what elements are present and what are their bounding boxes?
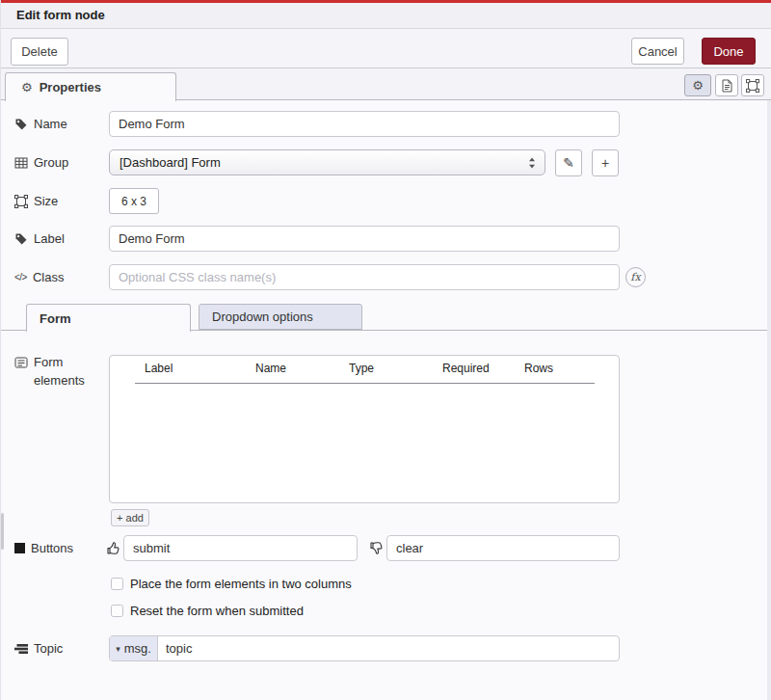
scrollbar-thumb[interactable]: [1, 513, 4, 550]
topic-input[interactable]: [158, 636, 619, 660]
fx-icon: fx: [630, 271, 640, 283]
header-divider: [135, 383, 595, 384]
tag-icon: [14, 118, 28, 131]
class-label: </> Class: [14, 270, 64, 284]
thumbs-down-icon: [370, 541, 385, 555]
appearance-button[interactable]: [741, 74, 764, 96]
size-label: Size: [14, 194, 58, 208]
topic-type-button[interactable]: ▾ msg.: [110, 636, 158, 660]
label-input[interactable]: [109, 226, 620, 252]
tasks-icon: [14, 642, 28, 656]
group-label: Group: [14, 155, 68, 170]
properties-panel: Name Group [Dashboard] Form ✎ + Si: [1, 100, 771, 700]
label-label: Label: [14, 231, 65, 246]
submit-button-text-input[interactable]: [123, 535, 358, 561]
add-group-button[interactable]: +: [592, 149, 619, 176]
select-arrows-icon: [527, 156, 537, 170]
form-elements-label: Form elements: [14, 353, 103, 390]
group-select[interactable]: [Dashboard] Form: [109, 149, 545, 175]
reset-form-option: Reset the form when submitted: [111, 604, 304, 618]
two-columns-checkbox[interactable]: [111, 578, 123, 590]
reset-form-label: Reset the form when submitted: [130, 604, 304, 618]
tab-dropdown-options[interactable]: Dropdown options: [199, 304, 362, 330]
gear-icon: ⚙: [21, 81, 33, 94]
table-icon: [14, 156, 28, 170]
tab-properties[interactable]: ⚙ Properties: [5, 72, 176, 101]
buttons-label: Buttons: [14, 541, 73, 555]
tab-properties-label: Properties: [40, 80, 101, 94]
reset-form-checkbox[interactable]: [111, 605, 123, 617]
col-type: Type: [349, 362, 374, 375]
topic-typed-input: ▾ msg.: [109, 635, 620, 661]
plus-icon: +: [601, 155, 609, 171]
size-button[interactable]: 6 x 3: [109, 188, 159, 214]
document-icon: [720, 79, 733, 93]
group-select-value: [Dashboard] Form: [120, 155, 527, 170]
col-label: Label: [145, 362, 173, 375]
editor-tab-bar: ⚙ Properties ⚙: [1, 68, 771, 100]
plus-icon: +: [117, 512, 122, 524]
col-name: Name: [255, 362, 286, 375]
caret-down-icon: ▾: [116, 644, 120, 654]
object-group-icon: [14, 195, 28, 208]
name-label: Name: [14, 117, 67, 131]
thumbs-up-icon: [107, 541, 121, 555]
description-button[interactable]: [715, 74, 738, 96]
tab-form[interactable]: Form: [26, 304, 191, 332]
properties-gear-button[interactable]: ⚙: [684, 74, 711, 96]
edit-form-node-dialog: Edit form node Delete Cancel Done ⚙ Prop…: [0, 0, 771, 700]
right-edge-strip: [767, 100, 771, 700]
gear-icon: ⚙: [692, 79, 704, 92]
dialog-toolbar: Delete Cancel Done: [1, 29, 771, 68]
col-rows: Rows: [524, 362, 553, 375]
two-columns-label: Place the form elements in two columns: [130, 577, 352, 591]
two-columns-option: Place the form elements in two columns: [111, 577, 352, 591]
form-elements-header-row: Label Name Type Required Rows: [110, 362, 619, 377]
object-group-icon: [746, 79, 759, 93]
edit-group-button[interactable]: ✎: [555, 149, 582, 176]
topic-label: Topic: [14, 641, 63, 656]
tag-icon: [14, 232, 28, 246]
form-elements-table[interactable]: Label Name Type Required Rows: [109, 355, 620, 503]
size-value: 6 x 3: [121, 195, 146, 208]
code-icon: </>: [14, 272, 27, 283]
cancel-button[interactable]: Cancel: [631, 38, 684, 65]
fx-expand-button[interactable]: fx: [625, 267, 646, 287]
class-input[interactable]: [109, 264, 620, 290]
clear-button-text-input[interactable]: [386, 535, 620, 561]
done-button[interactable]: Done: [702, 38, 756, 65]
col-required: Required: [442, 362, 490, 375]
form-subtab-bar: Form Dropdown options: [1, 304, 771, 331]
add-element-button[interactable]: + add: [111, 509, 149, 526]
topic-type-label: msg.: [124, 641, 151, 656]
list-alt-icon: [14, 356, 28, 369]
name-input[interactable]: [109, 111, 620, 137]
dialog-title: Edit form node: [1, 3, 771, 29]
pencil-icon: ✎: [563, 155, 574, 171]
delete-button[interactable]: Delete: [11, 38, 68, 66]
square-icon: [14, 543, 25, 553]
